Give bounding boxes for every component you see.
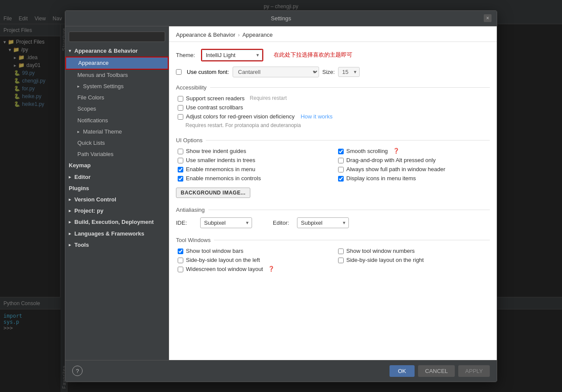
option-smooth-scrolling: Smooth scrolling ❓ bbox=[336, 148, 490, 154]
sidebar-item-path-variables[interactable]: Path Variables bbox=[65, 149, 169, 160]
settings-dialog: Settings × ▾ Appearance & Behavior Appea… bbox=[65, 10, 497, 382]
ok-button[interactable]: OK bbox=[390, 365, 415, 377]
apply-button[interactable]: APPLY bbox=[458, 365, 490, 377]
screen-readers-label: Support screen readers bbox=[186, 95, 245, 102]
option-side-right: Side-by-side layout on the right bbox=[336, 257, 490, 263]
theme-row: Theme: IntelliJ Light Darcula High Contr… bbox=[176, 49, 490, 61]
sidebar-item-keymap[interactable]: Keymap bbox=[65, 160, 169, 171]
smaller-indents-checkbox[interactable] bbox=[178, 158, 183, 163]
font-select-wrapper: Cantarell ▼ bbox=[233, 67, 319, 77]
sidebar-item-material-theme[interactable]: ▸ Material Theme bbox=[65, 126, 169, 137]
help-button[interactable]: ? bbox=[72, 366, 83, 376]
theme-select[interactable]: IntelliJ Light Darcula High Contrast bbox=[202, 50, 262, 61]
sidebar-search-input[interactable] bbox=[69, 32, 165, 42]
mnemonics-menu-label: Enable mnemonics in menu bbox=[186, 166, 255, 172]
theme-label: Theme: bbox=[176, 52, 198, 58]
sidebar-item-quick-lists[interactable]: Quick Lists bbox=[65, 137, 169, 149]
font-row: Use custom font: Cantarell ▼ Size: ▼ bbox=[176, 67, 490, 77]
side-left-label: Side-by-side layout on the left bbox=[186, 257, 260, 263]
sidebar-item-notifications[interactable]: Notifications bbox=[65, 115, 169, 126]
tool-windows-right: Show tool window numbers Side-by-side la… bbox=[336, 248, 490, 275]
sidebar-item-file-colors[interactable]: File Colors bbox=[65, 92, 169, 103]
option-display-icons: Display icons in menu items bbox=[336, 175, 490, 182]
drag-drop-checkbox[interactable] bbox=[338, 158, 344, 163]
background-image-button[interactable]: BACKGROUND IMAGE... bbox=[176, 188, 250, 198]
sidebar-item-build[interactable]: ▸ Build, Execution, Deployment bbox=[65, 217, 169, 228]
content-body: Theme: IntelliJ Light Darcula High Contr… bbox=[169, 42, 497, 360]
antialias-row: IDE: Subpixel Greyscale None ▼ Editor: bbox=[176, 217, 490, 228]
tool-window-numbers-label: Show tool window numbers bbox=[346, 248, 415, 254]
sidebar-item-project-py[interactable]: ▸ Project: py bbox=[65, 205, 169, 217]
sidebar-item-menus-toolbars[interactable]: Menus and Toolbars bbox=[65, 70, 169, 81]
tool-window-numbers-checkbox[interactable] bbox=[338, 249, 344, 254]
breadcrumb-separator: › bbox=[238, 32, 239, 38]
widescreen-checkbox[interactable] bbox=[178, 267, 183, 272]
side-right-checkbox[interactable] bbox=[338, 258, 344, 263]
tool-windows-title: Tool Windows bbox=[176, 237, 490, 243]
contrast-scrollbars-label: Use contrast scrollbars bbox=[186, 104, 243, 111]
ide-antialias-select[interactable]: Subpixel Greyscale None bbox=[200, 217, 252, 228]
display-icons-checkbox[interactable] bbox=[338, 176, 344, 182]
ui-options-left: Show tree indent guides Use smaller inde… bbox=[176, 148, 329, 184]
ui-options-section: UI Options Show tree indent guides bbox=[176, 137, 490, 198]
how-it-works-link[interactable]: How it works bbox=[300, 113, 332, 120]
contrast-scrollbars-checkbox[interactable] bbox=[178, 105, 183, 111]
sidebar-item-scopes[interactable]: Scopes bbox=[65, 103, 169, 115]
display-icons-label: Display icons in menu items bbox=[346, 175, 416, 182]
sidebar-item-version-control[interactable]: ▸ Version Control bbox=[65, 194, 169, 205]
smooth-scrolling-help-icon: ❓ bbox=[393, 148, 399, 154]
sidebar-item-appearance-behavior[interactable]: ▾ Appearance & Behavior bbox=[65, 45, 169, 57]
custom-font-checkbox[interactable] bbox=[176, 69, 182, 75]
sidebar-item-system-settings[interactable]: ▸ System Settings bbox=[65, 81, 169, 92]
theme-hint: 在此处下拉选择喜欢的主题即可 bbox=[274, 51, 352, 59]
full-path-checkbox[interactable] bbox=[338, 167, 344, 172]
antialiasing-title: Antialiasing bbox=[176, 207, 490, 213]
smaller-indents-label: Use smaller indents in trees bbox=[186, 157, 255, 163]
breadcrumb: Appearance & Behavior › Appearance bbox=[176, 32, 490, 38]
mnemonics-controls-checkbox[interactable] bbox=[178, 176, 183, 182]
smooth-scrolling-checkbox[interactable] bbox=[338, 149, 344, 154]
mnemonics-menu-checkbox[interactable] bbox=[178, 167, 183, 172]
tool-windows-grid: Show tool window bars Side-by-side layou… bbox=[176, 248, 490, 275]
editor-antialias-select[interactable]: Subpixel Greyscale None bbox=[297, 217, 349, 228]
tool-window-bars-checkbox[interactable] bbox=[178, 249, 183, 254]
option-tree-indent: Show tree indent guides bbox=[176, 148, 329, 154]
option-smaller-indents: Use smaller indents in trees bbox=[176, 157, 329, 163]
breadcrumb-part1: Appearance & Behavior bbox=[176, 32, 235, 38]
custom-font-label: Use custom font: bbox=[187, 69, 229, 75]
antialiasing-section: Antialiasing IDE: Subpixel Greyscale Non… bbox=[176, 207, 490, 228]
option-tool-window-bars: Show tool window bars bbox=[176, 248, 329, 254]
tree-indent-checkbox[interactable] bbox=[178, 149, 183, 154]
editor-antialias-wrapper: Subpixel Greyscale None ▼ bbox=[297, 217, 349, 228]
option-mnemonics-controls: Enable mnemonics in controls bbox=[176, 175, 329, 182]
widescreen-label: Widescreen tool window layout bbox=[186, 266, 263, 272]
sidebar-item-appearance[interactable]: Appearance bbox=[65, 57, 169, 70]
tree-indent-label: Show tree indent guides bbox=[186, 148, 246, 154]
size-input[interactable] bbox=[338, 67, 360, 77]
option-mnemonics-menu: Enable mnemonics in menu bbox=[176, 166, 329, 172]
tool-windows-left: Show tool window bars Side-by-side layou… bbox=[176, 248, 329, 275]
ide-antialias-wrapper: Subpixel Greyscale None ▼ bbox=[200, 217, 252, 228]
screen-readers-hint: Requires restart bbox=[250, 95, 287, 101]
editor-antialias-label: Editor: bbox=[273, 220, 290, 226]
option-drag-drop: Drag-and-drop with Alt pressed only bbox=[336, 157, 490, 163]
sidebar-item-editor[interactable]: ▸ Editor bbox=[65, 172, 169, 183]
accessibility-title: Accessibility bbox=[176, 84, 490, 91]
dialog-close-button[interactable]: × bbox=[484, 14, 492, 22]
screen-readers-checkbox[interactable] bbox=[178, 96, 183, 102]
sidebar-item-languages[interactable]: ▸ Languages & Frameworks bbox=[65, 228, 169, 239]
font-select[interactable]: Cantarell bbox=[233, 67, 319, 77]
size-label: Size: bbox=[323, 69, 335, 75]
color-deficiency-checkbox[interactable] bbox=[178, 114, 183, 120]
accessibility-section: Accessibility Support screen readers Req… bbox=[176, 84, 490, 128]
full-path-label: Always show full path in window header bbox=[346, 166, 445, 172]
cancel-button[interactable]: CANCEL bbox=[418, 365, 455, 377]
dialog-title: Settings bbox=[271, 15, 291, 22]
modal-overlay: Settings × ▾ Appearance & Behavior Appea… bbox=[0, 0, 562, 392]
sidebar-item-plugins[interactable]: Plugins bbox=[65, 183, 169, 194]
sidebar-item-tools[interactable]: ▸ Tools bbox=[65, 239, 169, 251]
tool-window-bars-label: Show tool window bars bbox=[186, 248, 243, 254]
side-left-checkbox[interactable] bbox=[178, 258, 183, 263]
option-side-left: Side-by-side layout on the left bbox=[176, 257, 329, 263]
side-right-label: Side-by-side layout on the right bbox=[346, 257, 424, 263]
